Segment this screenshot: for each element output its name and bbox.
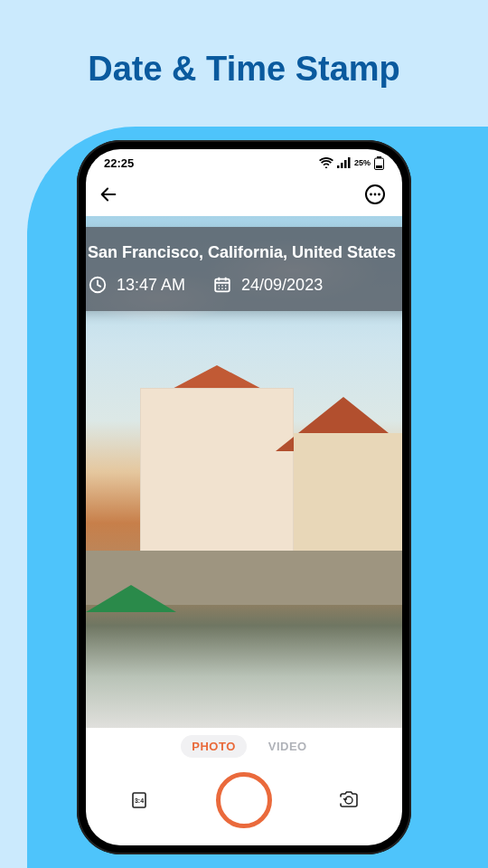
svg-point-14 xyxy=(221,285,223,287)
switch-camera-icon xyxy=(337,789,361,811)
more-button[interactable] xyxy=(364,184,386,209)
stamp-row: 13:47 AM 24/09/2023 xyxy=(88,275,400,295)
battery-pct: 25% xyxy=(354,158,371,167)
page-title: Date & Time Stamp xyxy=(0,0,488,89)
stamp-date: 24/09/2023 xyxy=(212,275,323,295)
shutter-button[interactable] xyxy=(216,772,272,828)
stamp-date-text: 24/09/2023 xyxy=(241,276,323,295)
photo-building-2 xyxy=(294,433,402,560)
svg-point-10 xyxy=(378,193,380,196)
status-bar: 22:25 25% xyxy=(86,149,402,176)
calendar-icon xyxy=(212,275,232,295)
more-horizontal-icon xyxy=(364,184,386,205)
app-topbar xyxy=(86,176,402,216)
svg-point-17 xyxy=(221,288,223,289)
camera-controls: 3:4 xyxy=(86,764,402,845)
status-indicators: 25% xyxy=(319,156,384,170)
arrow-left-icon xyxy=(99,184,118,204)
svg-rect-6 xyxy=(376,165,382,168)
svg-point-9 xyxy=(374,193,377,196)
battery-icon xyxy=(374,156,384,170)
clock-icon xyxy=(88,275,108,295)
svg-point-16 xyxy=(219,288,221,289)
phone-frame: 22:25 25% San Fran xyxy=(77,140,411,854)
svg-rect-2 xyxy=(344,160,347,168)
photo-building xyxy=(140,388,294,560)
phone-screen: 22:25 25% San Fran xyxy=(86,149,402,845)
svg-point-18 xyxy=(225,288,227,289)
stamp-time: 13:47 AM xyxy=(88,275,185,295)
mode-selector: PHOTO VIDEO xyxy=(86,728,402,764)
stamp-location: San Francisco, California, United States xyxy=(88,243,400,262)
back-button[interactable] xyxy=(99,184,118,208)
timestamp-overlay: San Francisco, California, United States… xyxy=(86,227,402,311)
aspect-ratio-button[interactable]: 3:4 xyxy=(127,788,152,813)
aspect-ratio-icon: 3:4 xyxy=(128,789,150,811)
svg-point-13 xyxy=(219,285,221,287)
svg-point-8 xyxy=(370,193,372,196)
wifi-icon xyxy=(319,157,333,168)
camera-viewfinder[interactable]: San Francisco, California, United States… xyxy=(86,216,402,728)
mode-photo[interactable]: PHOTO xyxy=(181,735,247,758)
svg-rect-0 xyxy=(337,165,340,168)
status-time: 22:25 xyxy=(104,156,134,170)
stamp-time-text: 13:47 AM xyxy=(117,276,185,295)
signal-icon xyxy=(337,157,351,168)
svg-rect-1 xyxy=(341,163,343,168)
svg-rect-3 xyxy=(348,157,351,168)
switch-camera-button[interactable] xyxy=(336,788,361,813)
mode-video[interactable]: VIDEO xyxy=(268,740,307,753)
svg-text:3:4: 3:4 xyxy=(135,797,144,804)
svg-point-15 xyxy=(225,285,227,287)
